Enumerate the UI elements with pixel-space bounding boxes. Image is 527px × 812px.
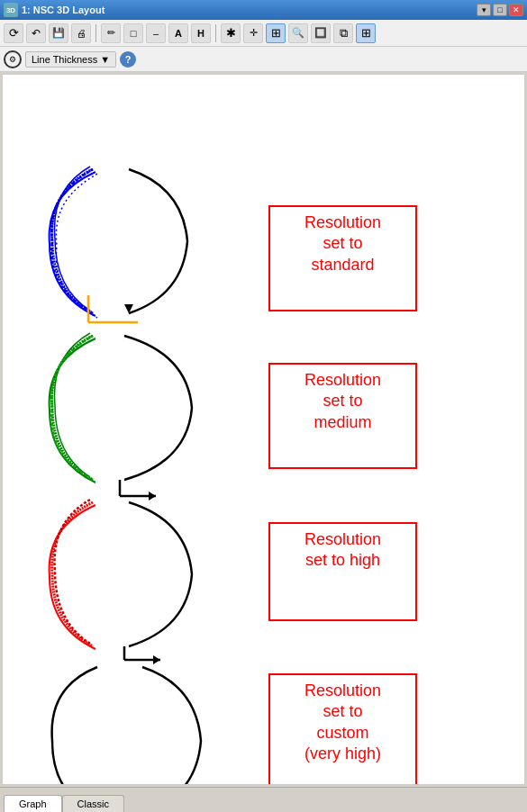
drawing-area: Resolutionset tostandard Resolutionset t… (3, 75, 524, 784)
resolution-high-text: Resolutionset to high (304, 530, 381, 569)
refresh-button[interactable]: ⟳ (4, 23, 23, 43)
layout-button[interactable]: ⧉ (333, 23, 353, 43)
star-button[interactable]: ✱ (221, 23, 241, 43)
help-button[interactable]: ? (120, 51, 136, 68)
text-A-button[interactable]: A (168, 23, 188, 43)
close-button[interactable]: ✕ (509, 4, 523, 16)
dropdown-arrow: ▼ (100, 54, 110, 65)
svg-marker-5 (149, 492, 156, 501)
zoom-button[interactable]: 🔍 (288, 23, 308, 43)
shape-high (50, 500, 192, 664)
tab-graph-label: Graph (19, 798, 47, 809)
shape-medium (50, 333, 192, 501)
minimize-button[interactable]: ▾ (477, 4, 491, 16)
resolution-medium: Resolutionset tomedium (268, 363, 417, 469)
window-controls: ▾ □ ✕ (477, 4, 523, 16)
resolution-medium-text: Resolutionset tomedium (304, 371, 381, 431)
settings-icon[interactable]: ⚙ (4, 50, 22, 68)
separator-2 (215, 24, 216, 42)
app-icon: 3D (4, 3, 18, 17)
optical-shapes-svg (3, 75, 524, 784)
resolution-custom: Resolutionset tocustom(very high) (268, 673, 417, 784)
tabbar: Graph Classic (0, 787, 527, 812)
tab-classic[interactable]: Classic (62, 795, 124, 812)
shape-custom (52, 667, 201, 784)
line-thickness-label: Line Thickness (32, 54, 97, 65)
pencil-button[interactable]: ✏ (101, 23, 121, 43)
resolution-custom-text: Resolutionset tocustom(very high) (304, 681, 381, 762)
window-title: 1: NSC 3D Layout (22, 5, 104, 15)
frame-button[interactable]: 🔲 (311, 23, 331, 43)
undo-button[interactable]: ↶ (26, 23, 46, 43)
separator-1 (95, 24, 96, 42)
resolution-standard: Resolutionset tostandard (268, 205, 417, 311)
titlebar-left: 3D 1: NSC 3D Layout (4, 3, 104, 17)
grid-button[interactable]: ⊞ (266, 23, 286, 43)
help-icon: ? (125, 54, 132, 65)
titlebar: 3D 1: NSC 3D Layout ▾ □ ✕ (0, 0, 527, 20)
resolution-standard-text: Resolutionset tostandard (304, 213, 381, 274)
maximize-button[interactable]: □ (493, 4, 507, 16)
main-toolbar: ⟳ ↶ 💾 🖨 ✏ □ – A H ✱ ✛ ⊞ 🔍 🔲 ⧉ ⊞ (0, 20, 527, 47)
save-button[interactable]: 💾 (49, 23, 68, 43)
print-button[interactable]: 🖨 (71, 23, 91, 43)
line-thickness-dropdown[interactable]: Line Thickness ▼ (25, 51, 116, 68)
main-window: 3D 1: NSC 3D Layout ▾ □ ✕ ⟳ ↶ 💾 🖨 ✏ □ – … (0, 0, 527, 812)
secondary-toolbar: ⚙ Line Thickness ▼ ? (0, 47, 527, 72)
content-area: Resolutionset tostandard Resolutionset t… (2, 74, 525, 785)
rect-button[interactable]: □ (123, 23, 143, 43)
cross-button[interactable]: ✛ (243, 23, 263, 43)
tab-graph[interactable]: Graph (4, 795, 62, 812)
line-button[interactable]: – (146, 23, 166, 43)
resolution-high: Resolutionset to high (268, 522, 417, 621)
tab-classic-label: Classic (77, 798, 109, 809)
split-button[interactable]: ⊞ (356, 23, 376, 43)
svg-marker-8 (153, 655, 160, 664)
text-H-button[interactable]: H (191, 23, 211, 43)
shape-standard (50, 167, 187, 322)
